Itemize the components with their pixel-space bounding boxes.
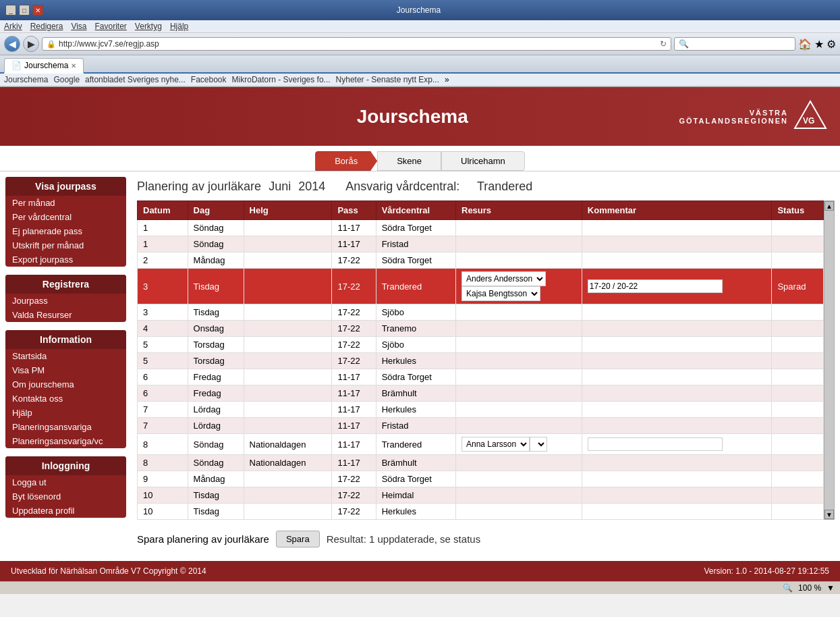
cell-dag: Tisdag [188, 504, 244, 520]
sidebar-link-ej-planerade[interactable]: Ej planerade pass [5, 224, 126, 238]
close-button[interactable]: ✕ [32, 5, 43, 16]
minimize-button[interactable]: _ [5, 5, 16, 16]
cell-dag: Lördag [188, 418, 244, 434]
scrollbar[interactable]: ▲ ▼ [824, 200, 835, 520]
kommentar-input[interactable] [588, 437, 723, 451]
menu-visa[interactable]: Visa [71, 22, 86, 31]
responsible-label: Ansvarig vårdcentral: [345, 180, 459, 193]
bookmark-nyheter[interactable]: Nyheter - Senaste nytt Exp... [336, 75, 439, 84]
save-label: Spara planering av jourläkare [137, 533, 269, 545]
sidebar-link-visa-pm[interactable]: Visa PM [5, 363, 126, 377]
bookmark-facebook[interactable]: Facebook [191, 75, 227, 84]
browser-search[interactable]: 🔍 [674, 37, 795, 51]
maximize-button[interactable]: □ [19, 5, 30, 16]
sidebar-link-valda-resurser[interactable]: Valda Resurser [5, 308, 126, 322]
cell-datum: 1 [138, 220, 188, 236]
tab-jourschema[interactable]: 📄 Jourschema ✕ [4, 58, 84, 74]
cell-kommentar [582, 487, 772, 504]
cell-kommentar [582, 321, 772, 337]
tab-close-button[interactable]: ✕ [71, 62, 76, 70]
menu-hjalp[interactable]: Hjälp [170, 22, 188, 31]
table-row: 6Fredag11-17Södra Torget [138, 369, 824, 385]
cell-resurs [456, 369, 582, 385]
sidebar-link-per-manad[interactable]: Per månad [5, 196, 126, 210]
zoom-dropdown-icon[interactable]: ▼ [827, 583, 835, 593]
sidebar-link-planeringsansvariga-vc[interactable]: Planeringsansvariga/vc [5, 434, 126, 448]
sidebar: Visa jourpass Per månad Per vårdcentral … [0, 171, 132, 556]
home-icon[interactable]: 🏠 [798, 38, 812, 51]
sidebar-link-export[interactable]: Export jourpass [5, 252, 126, 267]
responsible-value: Trandered [477, 180, 532, 193]
sidebar-link-jourpass[interactable]: Jourpass [5, 294, 126, 308]
star-icon[interactable]: ★ [814, 38, 824, 51]
sidebar-link-startsida[interactable]: Startsida [5, 349, 126, 363]
cell-dag: Fredag [188, 385, 244, 402]
bookmark-mikrodatorn[interactable]: MikroDatorn - Sveriges fo... [232, 75, 331, 84]
cell-resurs [456, 252, 582, 269]
resurs-dropdown-1[interactable]: Anders AnderssonAnders Andersson [461, 271, 546, 286]
cell-dag: Onsdag [188, 321, 244, 337]
tab-boras[interactable]: Borås [315, 151, 377, 171]
sidebar-link-hjalp[interactable]: Hjälp [5, 406, 126, 420]
cell-resurs[interactable]: Anders AnderssonAnders AnderssonKajsa Be… [456, 269, 582, 304]
search-icon: 🔍 [679, 39, 689, 49]
sidebar-link-planeringsansvariga[interactable]: Planeringsansvariga [5, 420, 126, 434]
back-button[interactable]: ◀ [4, 36, 20, 52]
gear-icon[interactable]: ⚙ [827, 38, 836, 51]
cell-vardcentral: Fristad [376, 418, 455, 434]
cell-helg [244, 402, 332, 418]
sidebar-link-byt-losenord[interactable]: Byt lösenord [5, 489, 126, 504]
cell-helg [244, 252, 332, 269]
resurs-dropdown-2[interactable] [530, 437, 547, 452]
resurs-dropdown-1[interactable]: Anna Larsson [461, 437, 530, 452]
more-bookmarks-icon[interactable]: » [445, 75, 449, 84]
sidebar-section-visa: Visa jourpass Per månad Per vårdcentral … [5, 177, 126, 267]
sidebar-link-logga-ut[interactable]: Logga ut [5, 475, 126, 489]
vg-logo: VÄSTRA GÖTALANDSREGIONEN VG [679, 98, 829, 135]
refresh-icon[interactable]: ↻ [660, 39, 667, 49]
col-datum: Datum [138, 201, 188, 220]
cell-vardcentral: Sjöbo [376, 337, 455, 353]
cell-kommentar[interactable] [582, 269, 772, 304]
cell-pass: 11-17 [332, 236, 376, 252]
menu-arkiv[interactable]: Arkiv [4, 22, 22, 31]
tab-skene[interactable]: Skene [377, 151, 441, 171]
bookmark-jourschema[interactable]: Jourschema [4, 75, 48, 84]
sidebar-link-om-jourschema[interactable]: Om jourschema [5, 377, 126, 392]
cell-pass: 11-17 [332, 220, 376, 236]
cell-dag: Måndag [188, 252, 244, 269]
tab-ulricehamn[interactable]: Ulricehamn [441, 151, 525, 171]
scroll-up-button[interactable]: ▲ [824, 201, 834, 211]
bookmark-aftonbladet[interactable]: aftonbladet Sveriges nyhe... [85, 75, 186, 84]
cell-datum: 8 [138, 434, 188, 455]
sidebar-link-utskrift[interactable]: Utskrift per månad [5, 238, 126, 252]
scroll-down-button[interactable]: ▼ [824, 510, 834, 519]
menu-favoriter[interactable]: Favoriter [95, 22, 127, 31]
sidebar-link-uppdatera-profil[interactable]: Uppdatera profil [5, 504, 126, 518]
cell-resurs[interactable]: Anna Larsson [456, 434, 582, 455]
save-button[interactable]: Spara [276, 531, 320, 547]
cell-pass: 17-22 [332, 252, 376, 269]
cell-dag: Tisdag [188, 269, 244, 304]
cell-helg [244, 337, 332, 353]
cell-status [772, 487, 824, 504]
sidebar-link-per-vardcentral[interactable]: Per vårdcentral [5, 210, 126, 224]
cell-status [772, 418, 824, 434]
kommentar-input[interactable] [588, 279, 723, 293]
url-bar[interactable]: 🔒 http://www.jcv7.se/regjp.asp ↻ [42, 37, 671, 51]
cell-vardcentral: Heimdal [376, 487, 455, 504]
sidebar-link-kontakta[interactable]: Kontakta oss [5, 392, 126, 406]
bookmark-google[interactable]: Google [53, 75, 80, 84]
cell-kommentar [582, 504, 772, 520]
forward-button[interactable]: ▶ [23, 36, 39, 52]
vg-logo-icon: VG [792, 98, 829, 135]
cell-helg: Nationaldagen [244, 455, 332, 471]
title-bar: _ □ ✕ Jourschema [0, 0, 840, 20]
footer-right: Version: 1.0 - 2014-08-27 19:12:55 [704, 566, 829, 576]
resurs-dropdown-2[interactable]: Kajsa BengtssonKajsa Bengtsson [461, 286, 540, 301]
cell-helg [244, 369, 332, 385]
menu-verktyg[interactable]: Verktyg [135, 22, 162, 31]
cell-resurs [456, 385, 582, 402]
menu-redigera[interactable]: Redigera [30, 22, 63, 31]
cell-kommentar[interactable] [582, 434, 772, 455]
